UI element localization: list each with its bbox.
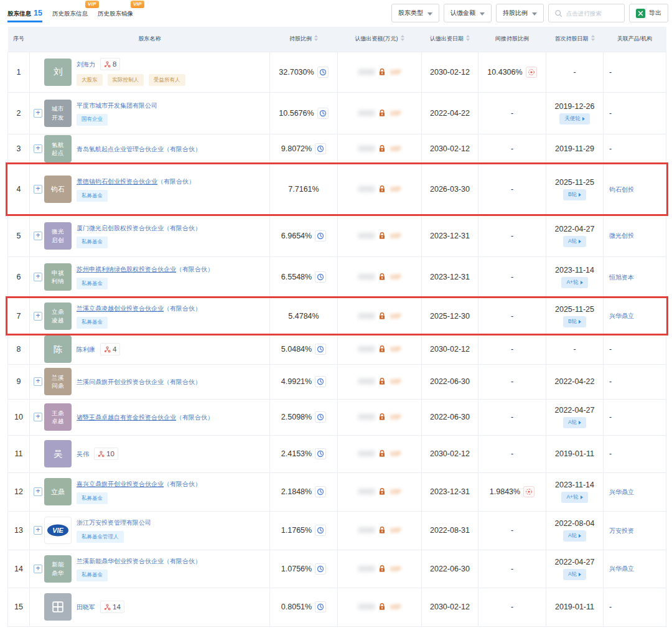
shareholder-tag[interactable]: 国有企业	[77, 114, 108, 126]
shareholder-name-suffix[interactable]: （有限合伙）	[164, 556, 201, 566]
expand-button[interactable]: +	[34, 232, 42, 240]
ratio-history-icon[interactable]	[317, 108, 329, 119]
expand-button[interactable]: +	[34, 312, 42, 321]
related-product-link[interactable]: 兴华鼎立	[609, 489, 634, 495]
shareholder-name-link[interactable]: 苏州申祺利纳绿色股权投资合伙企业	[77, 265, 176, 274]
related-product-link[interactable]: 兴华鼎立	[609, 312, 634, 319]
ratio-history-icon[interactable]	[315, 411, 326, 423]
shareholder-tag[interactable]: 私募基金	[77, 492, 108, 504]
funding-round-tag[interactable]: B轮	[563, 316, 586, 327]
shareholder-name-cell: +新能鼎华兰溪新能鼎华创业投资合伙企业（有限合伙）私募基金	[30, 550, 270, 588]
funding-round-tag[interactable]: A轮	[563, 530, 586, 542]
equity-structure-icon[interactable]	[526, 67, 537, 78]
ratio-history-icon[interactable]	[315, 230, 326, 242]
sort-icon[interactable]	[314, 35, 318, 41]
shareholder-tag[interactable]: 私募基金	[77, 317, 108, 329]
related-product-link[interactable]: 兴华鼎立	[609, 565, 634, 572]
related-product-link[interactable]: 钧石创投	[609, 186, 634, 193]
funding-round-tag[interactable]: A+轮	[561, 492, 587, 503]
related-companies-badge[interactable]: 8	[100, 58, 120, 70]
expand-button[interactable]: +	[34, 377, 42, 386]
related-companies-badge[interactable]: 4	[100, 343, 120, 355]
sort-icon[interactable]	[401, 35, 404, 41]
ratio-history-icon[interactable]	[315, 376, 326, 387]
funding-round-tag[interactable]: 天使轮	[559, 113, 590, 124]
ratio-history-icon[interactable]	[315, 448, 326, 459]
shareholder-name-link[interactable]: 陈利康	[77, 345, 95, 354]
search-input[interactable]	[566, 10, 618, 17]
shareholder-tag[interactable]: 私募基金	[77, 190, 108, 202]
expand-button[interactable]: +	[34, 565, 42, 573]
indirect-ratio-cell: -	[478, 435, 546, 472]
filter-subscribed-amount[interactable]: 认缴金额	[444, 4, 492, 22]
related-product-cell: -	[604, 52, 666, 92]
sort-icon[interactable]	[466, 35, 470, 41]
sort-icon[interactable]	[591, 35, 595, 41]
shareholder-name-link[interactable]: 浙江万安投资管理有限公司	[77, 518, 151, 527]
shareholder-tag[interactable]: 实际控制人	[108, 74, 144, 86]
shareholder-name-link[interactable]: 嘉兴立鼎旗开创业投资合伙企业	[77, 479, 164, 489]
shareholder-name-link[interactable]: 平度市城市开发集团有限公司	[77, 101, 157, 110]
shareholder-name-link[interactable]: 田晓军	[77, 603, 95, 612]
shareholder-name-suffix[interactable]: （有限合伙）	[164, 144, 201, 154]
funding-round-tag[interactable]: A+轮	[561, 277, 587, 288]
shareholder-name-link[interactable]: 兰溪立鼎凌越创业投资合伙企业	[77, 304, 164, 313]
lock-icon	[378, 109, 386, 118]
shareholder-name-link[interactable]: 青岛氢航起点企业管理合伙企业	[77, 144, 164, 154]
shareholder-tag[interactable]: 受益所有人	[149, 74, 185, 86]
related-product-link[interactable]: 微光创投	[609, 232, 634, 239]
export-button[interactable]: 导出	[629, 4, 668, 22]
tab-history-shareholder-mirror[interactable]: 历史股东镜像VIP	[98, 0, 133, 22]
ratio-history-icon[interactable]	[315, 563, 326, 575]
funding-round-tag[interactable]: A轮	[563, 569, 586, 580]
tab-shareholder-info[interactable]: 股东信息15	[7, 0, 42, 22]
funding-round-tag[interactable]: B轮	[563, 189, 586, 200]
funding-round-tag[interactable]: A轮	[563, 236, 586, 247]
shareholder-name-link[interactable]: 兰溪问鼎旗开创业投资合伙企业	[77, 377, 164, 387]
expand-button[interactable]: +	[34, 487, 42, 496]
expand-button[interactable]: +	[34, 413, 42, 421]
filter-shareholding-ratio[interactable]: 持股比例	[496, 4, 544, 22]
first-holding-date: 2022-04-27	[555, 406, 595, 415]
indirect-ratio-cell: -	[478, 215, 546, 256]
shareholder-name-suffix[interactable]: （有限合伙）	[157, 177, 195, 186]
shareholder-tag[interactable]: 大股东	[77, 74, 103, 86]
ratio-history-icon[interactable]	[315, 143, 326, 154]
related-companies-badge[interactable]: 14	[100, 601, 124, 613]
related-product-link[interactable]: 恒旭资本	[609, 274, 634, 281]
shareholder-name-suffix[interactable]: （有限合伙）	[176, 413, 213, 422]
shareholder-tag[interactable]: 私募基金	[77, 237, 108, 248]
shareholder-name-link[interactable]: 诸暨王鼎卓越自有资金投资合伙企业	[77, 413, 176, 422]
shareholder-name-link[interactable]: 景德镇钧石创业投资合伙企业	[77, 177, 157, 186]
shareholder-name-suffix[interactable]: （有限合伙）	[164, 377, 201, 387]
shareholder-tag[interactable]: 私募基金	[77, 570, 108, 581]
shareholder-name-link[interactable]: 吴伟	[77, 449, 89, 459]
related-product-link[interactable]: 万安投资	[609, 527, 634, 534]
expand-button[interactable]: +	[34, 185, 42, 194]
related-companies-badge[interactable]: 10	[94, 448, 118, 460]
expand-button[interactable]: +	[34, 273, 42, 281]
expand-button[interactable]: +	[34, 526, 42, 535]
tab-history-shareholder-info[interactable]: 历史股东信息VIP	[52, 0, 88, 22]
filter-shareholder-type[interactable]: 股东类型	[391, 4, 439, 22]
ratio-history-icon[interactable]	[317, 67, 329, 78]
ratio-history-icon[interactable]	[315, 271, 326, 283]
shareholder-name-suffix[interactable]: （有限合伙）	[164, 304, 201, 313]
funding-round-tag[interactable]: A轮	[563, 417, 586, 428]
shareholder-name-link[interactable]: 兰溪新能鼎华创业投资合伙企业	[77, 556, 164, 566]
shareholder-name-suffix[interactable]: （有限合伙）	[164, 479, 201, 489]
shareholder-tag[interactable]: 私募基金管理人	[77, 531, 124, 543]
search-box[interactable]	[548, 4, 625, 22]
ratio-history-icon[interactable]	[315, 525, 326, 536]
equity-structure-icon[interactable]	[523, 486, 534, 497]
ratio-history-icon[interactable]	[315, 601, 326, 612]
shareholder-name-suffix[interactable]: （有限合伙）	[164, 223, 201, 233]
expand-button[interactable]: +	[34, 109, 42, 118]
shareholder-name-suffix[interactable]: （有限合伙）	[176, 265, 213, 274]
shareholder-name-link[interactable]: 厦门微光启创股权投资合伙企业	[77, 223, 164, 233]
ratio-history-icon[interactable]	[315, 344, 326, 355]
shareholder-name-link[interactable]: 刘海力	[77, 60, 95, 69]
shareholder-tag[interactable]: 私募基金	[77, 278, 108, 289]
ratio-history-icon[interactable]	[315, 486, 326, 497]
expand-button[interactable]: +	[34, 144, 42, 153]
